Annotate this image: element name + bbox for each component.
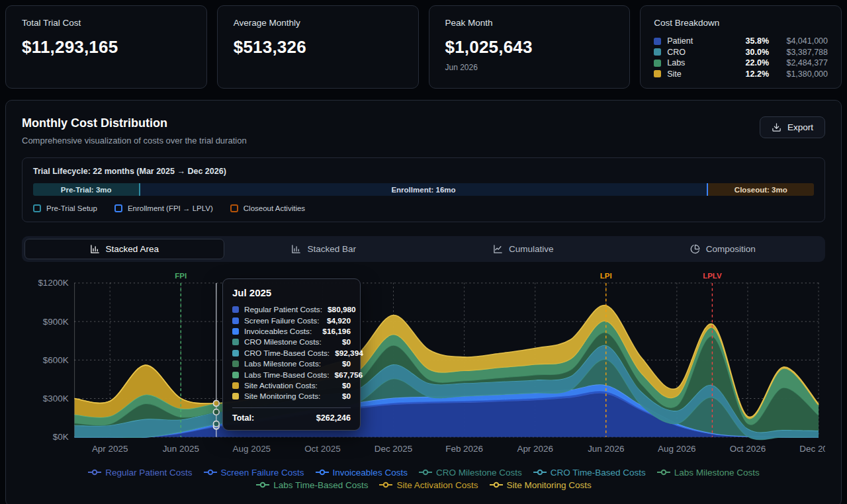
tooltip-row: Regular Patient Costs:$80,980 <box>232 304 351 315</box>
tooltip-rows: Regular Patient Costs:$80,980Screen Fail… <box>232 304 351 402</box>
export-label: Export <box>787 122 813 132</box>
legend-line-icon <box>255 482 270 488</box>
card-label: Peak Month <box>445 18 614 28</box>
legend-label: Pre-Trial Setup <box>46 204 97 212</box>
card-label: Average Monthly <box>234 18 402 28</box>
lifecycle-legend-item: Closeout Activities <box>230 204 305 212</box>
y-axis-label: $1200K <box>38 278 68 288</box>
legend-label: Labs Milestone Costs <box>674 468 760 478</box>
chart-area: $0K$300K$600K$900K$1200KApr 2025Jun 2025… <box>22 271 825 490</box>
legend-swatch <box>33 204 41 212</box>
tab-stacked-area[interactable]: Stacked Area <box>24 239 224 259</box>
card-label: Cost Breakdown <box>654 18 828 28</box>
x-axis-label: Aug 2025 <box>233 444 271 454</box>
tooltip-row: CRO Milestone Costs:$0 <box>232 337 351 347</box>
legend-item-site-monitoring-costs[interactable]: Site Monitoring Costs <box>489 480 592 490</box>
legend-item-site-activation-costs[interactable]: Site Activation Costs <box>379 480 478 490</box>
chart-series-legend: Regular Patient CostsScreen Failure Cost… <box>22 468 825 490</box>
legend-line-icon <box>489 482 504 488</box>
tooltip-series-value: $92,394 <box>335 349 363 358</box>
export-button[interactable]: Export <box>760 116 825 138</box>
breakdown-amount: $2,484,377 <box>780 58 828 67</box>
breakdown-amount: $4,041,000 <box>780 36 828 46</box>
tooltip-title: Jul 2025 <box>232 287 351 298</box>
stacked-areas <box>75 306 819 440</box>
tooltip-series-value: $0 <box>342 359 351 368</box>
lifecycle-segment: Closeout: 3mo <box>708 183 814 196</box>
tooltip-series-label: Regular Patient Costs: <box>244 305 322 314</box>
tooltip-series-label: Site Monitoring Costs: <box>244 392 337 401</box>
panel-header: Monthly Cost Distribution Comprehensive … <box>22 116 825 146</box>
breakdown-row: Patient35.8%$4,041,000 <box>654 36 828 47</box>
tooltip-row: Site Activation Costs:$0 <box>232 380 351 391</box>
series-swatch <box>232 339 239 345</box>
tooltip-row: Labs Time-Based Costs:$67,756 <box>232 369 351 380</box>
tooltip-total-value: $262,246 <box>316 413 351 423</box>
legend-line-icon <box>656 469 671 476</box>
tooltip-row: CRO Time-Based Costs:$92,394 <box>232 348 351 358</box>
y-axis-label: $0K <box>53 432 69 442</box>
peak-month-date: Jun 2026 <box>445 63 614 72</box>
tooltip-total-row: Total: $262,246 <box>232 407 351 423</box>
tooltip-row: Screen Failure Costs:$4,920 <box>232 315 351 325</box>
tooltip-series-label: CRO Time-Based Costs: <box>244 349 330 358</box>
tab-cumulative[interactable]: Cumulative <box>424 239 623 259</box>
stacked-area-chart[interactable]: $0K$300K$600K$900K$1200KApr 2025Jun 2025… <box>22 271 825 462</box>
legend-item-screen-failure-costs[interactable]: Screen Failure Costs <box>203 468 304 478</box>
legend-label: Site Monitoring Costs <box>507 480 592 490</box>
breakdown-name: CRO <box>667 48 739 57</box>
active-dot <box>214 421 220 427</box>
series-swatch <box>654 70 661 77</box>
legend-item-regular-patient-costs[interactable]: Regular Patient Costs <box>87 468 192 478</box>
lifecycle-segment: Pre-Trial: 3mo <box>33 183 140 196</box>
legend-item-cro-milestone-costs[interactable]: CRO Milestone Costs <box>418 468 522 478</box>
series-swatch <box>654 38 661 45</box>
x-axis-label: Dec 2026 <box>799 444 825 454</box>
marker-label-lplv: LPLV <box>703 272 722 280</box>
tab-stacked-bar[interactable]: Stacked Bar <box>224 239 424 259</box>
trial-lifecycle-box: Trial Lifecycle: 22 months (Mar 2025 → D… <box>22 157 825 222</box>
series-swatch <box>654 48 661 56</box>
legend-label: CRO Milestone Costs <box>436 468 522 478</box>
tab-composition[interactable]: Composition <box>623 239 823 259</box>
tooltip-series-value: $0 <box>342 381 351 390</box>
x-axis-label: Apr 2025 <box>92 444 128 454</box>
x-axis-label: Feb 2026 <box>445 444 483 454</box>
breakdown-name: Site <box>667 69 739 79</box>
legend-label: Invoiceables Costs <box>333 468 408 478</box>
tooltip-series-label: Labs Milestone Costs: <box>244 359 337 368</box>
legend-item-invoiceables-costs[interactable]: Invoiceables Costs <box>315 468 408 478</box>
card-value: $1,025,643 <box>445 37 614 58</box>
breakdown-row: CRO30.0%$3,387,788 <box>654 47 828 58</box>
average-monthly-card: Average Monthly $513,326 <box>217 5 419 89</box>
legend-swatch <box>114 204 122 212</box>
legend-line-icon <box>533 469 547 476</box>
bar-chart-icon <box>90 244 100 254</box>
breakdown-amount: $1,380,000 <box>780 69 828 79</box>
legend-item-labs-milestone-costs[interactable]: Labs Milestone Costs <box>656 468 760 478</box>
tooltip-series-label: Labs Time-Based Costs: <box>244 370 330 380</box>
legend-item-labs-time-based-costs[interactable]: Labs Time-Based Costs <box>255 480 368 490</box>
tooltip-series-value: $80,980 <box>328 305 356 314</box>
legend-item-cro-time-based-costs[interactable]: CRO Time-Based Costs <box>533 468 646 478</box>
x-axis-label: Apr 2026 <box>517 444 553 454</box>
lifecycle-bar: Pre-Trial: 3moEnrollment: 16moCloseout: … <box>33 183 814 196</box>
legend-label: Regular Patient Costs <box>105 468 192 478</box>
active-dot <box>214 409 220 415</box>
legend-label: Enrollment (FPI → LPLV) <box>128 204 213 212</box>
tab-label: Stacked Bar <box>307 244 356 254</box>
series-swatch <box>654 60 661 67</box>
tooltip-series-value: $16,196 <box>322 327 351 336</box>
series-swatch <box>232 393 239 399</box>
tooltip-row: Invoiceables Costs:$16,196 <box>232 326 351 337</box>
cost-breakdown-list: Patient35.8%$4,041,000CRO30.0%$3,387,788… <box>654 36 828 79</box>
breakdown-name: Labs <box>667 58 739 67</box>
tab-label: Cumulative <box>509 244 554 254</box>
tab-label: Composition <box>706 244 756 254</box>
series-swatch <box>232 328 239 335</box>
legend-line-icon <box>203 469 218 476</box>
x-axis-label: Dec 2025 <box>375 444 412 454</box>
panel-title: Monthly Cost Distribution <box>22 116 247 130</box>
tab-label: Stacked Area <box>106 244 159 254</box>
active-dot <box>214 401 220 407</box>
